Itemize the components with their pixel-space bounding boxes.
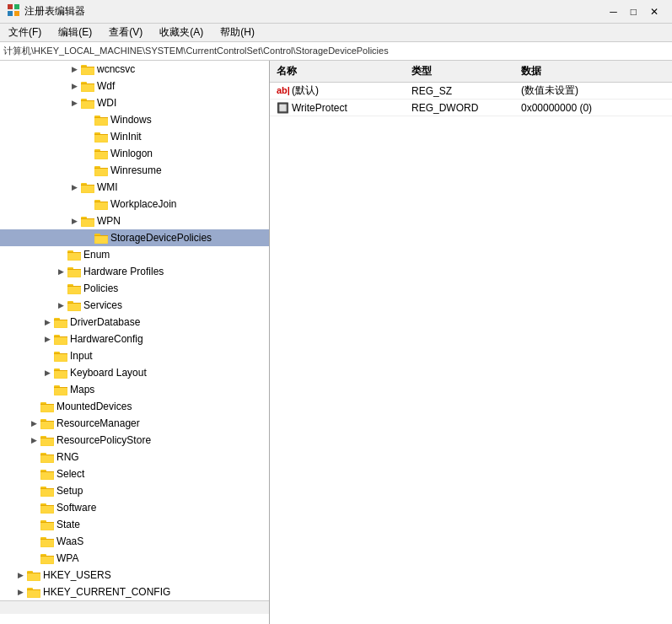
tree-item-hkey_users[interactable]: ▶ HKEY_USERS (0, 567, 269, 584)
svg-rect-37 (95, 169, 107, 175)
svg-rect-148 (40, 539, 54, 540)
svg-rect-118 (40, 438, 54, 438)
svg-rect-128 (40, 471, 54, 472)
tree-item-wininit[interactable]: WinInit (0, 128, 269, 145)
menu-file[interactable]: 文件(F) (3, 24, 46, 41)
tree-label-input: Input (70, 350, 93, 362)
tree-item-winresume[interactable]: Winresume (0, 162, 269, 179)
tree-label-services: Services (83, 299, 122, 311)
tree-item-wdi[interactable]: ▶ WDI (0, 94, 269, 111)
detail-row-0[interactable]: ab|(默认)REG_SZ(数值未设置) (270, 83, 672, 100)
folder-icon-hkey_users (27, 569, 40, 581)
expander-storagedevicepolicies (81, 231, 94, 245)
tree-item-rng[interactable]: RNG (0, 449, 269, 465)
tree-label-wininit: WinInit (110, 131, 142, 143)
tree-item-wdf[interactable]: ▶ Wdf (0, 78, 269, 94)
expander-hkey_users[interactable]: ▶ (13, 568, 27, 582)
expander-services[interactable]: ▶ (54, 299, 67, 312)
tree-item-winlogon[interactable]: Winlogon (0, 145, 269, 162)
expander-hardwareprofiles[interactable]: ▶ (54, 265, 67, 278)
svg-rect-68 (67, 269, 81, 270)
close-btn[interactable]: ✕ (643, 6, 665, 18)
expander-winlogon (81, 147, 94, 160)
tree-item-setup[interactable]: Setup (0, 482, 269, 499)
tree-item-policies[interactable]: Policies (0, 280, 269, 297)
svg-rect-122 (41, 455, 53, 462)
tree-item-wpn[interactable]: ▶ WPN (0, 212, 269, 229)
tree-item-wpa[interactable]: WPA (0, 550, 269, 567)
tree-item-software[interactable]: Software (0, 499, 269, 516)
svg-rect-162 (28, 590, 40, 597)
tree-item-state[interactable]: State (0, 516, 269, 533)
detail-type-1: REG_DWORD (405, 101, 514, 115)
tree-item-input[interactable]: Input (0, 347, 269, 364)
tree-item-select[interactable]: Select (0, 465, 269, 482)
expander-keyboardlayout[interactable]: ▶ (40, 366, 54, 379)
expander-wdf[interactable]: ▶ (67, 79, 81, 93)
expander-resourcemanager[interactable]: ▶ (27, 417, 40, 430)
svg-rect-142 (41, 523, 53, 530)
tree-item-hardwareconfig[interactable]: ▶ HardwareConfig (0, 331, 269, 347)
tree-pane[interactable]: ▶ wcncsvc▶ Wdf▶ WDI Windows WinInit Wi (0, 61, 270, 624)
tree-item-services[interactable]: ▶ Services (0, 297, 269, 314)
svg-rect-93 (54, 353, 67, 354)
folder-icon-resourcemanager (40, 417, 54, 429)
tree-item-enum[interactable]: Enum (0, 246, 269, 263)
tree-item-workplacejoin[interactable]: WorkplaceJoin (0, 196, 269, 212)
svg-rect-98 (54, 370, 67, 371)
tree-label-waas: WaaS (56, 535, 83, 547)
tree-item-resourcemanager[interactable]: ▶ ResourceManager (0, 415, 269, 432)
expander-state (27, 518, 40, 531)
tree-label-windows: Windows (110, 114, 152, 126)
svg-rect-77 (68, 304, 80, 310)
expander-hkey_current_config[interactable]: ▶ (13, 585, 27, 599)
detail-row-1[interactable]: 🔲WriteProtectREG_DWORD0x00000000 (0) (270, 100, 672, 116)
expander-hardwareconfig[interactable]: ▶ (40, 332, 54, 346)
tree-label-wdi: WDI (97, 97, 116, 109)
svg-rect-53 (81, 218, 94, 219)
svg-rect-108 (40, 404, 54, 405)
tree-label-resourcepolicystore: ResourcePolicyStore (56, 434, 151, 446)
expander-wmi[interactable]: ▶ (67, 180, 81, 194)
folder-icon-rng (40, 451, 54, 463)
folder-icon-wdi (81, 97, 94, 109)
tree-item-resourcepolicystore[interactable]: ▶ ResourcePolicyStore (0, 432, 269, 449)
svg-rect-52 (82, 219, 94, 226)
expander-resourcepolicystore[interactable]: ▶ (27, 433, 40, 447)
address-bar: 计算机\HKEY_LOCAL_MACHINE\SYSTEM\CurrentCon… (0, 42, 672, 61)
minimize-btn[interactable]: ─ (603, 6, 624, 18)
svg-rect-117 (41, 438, 53, 445)
folder-icon-storagedevicepolicies (94, 232, 108, 244)
tree-item-waas[interactable]: WaaS (0, 533, 269, 550)
menu-edit[interactable]: 编辑(E) (53, 24, 97, 41)
expander-wcncsvc[interactable]: ▶ (67, 62, 81, 76)
tree-label-maps: Maps (70, 384, 94, 395)
tree-item-hkey_current_config[interactable]: ▶ HKEY_CURRENT_CONFIG (0, 584, 269, 600)
tree-item-wcncsvc[interactable]: ▶ wcncsvc (0, 61, 269, 78)
menu-view[interactable]: 查看(V) (104, 24, 148, 41)
expander-maps (40, 383, 54, 396)
expander-wdi[interactable]: ▶ (67, 96, 81, 110)
tree-item-driverdatabase[interactable]: ▶ DriverDatabase (0, 314, 269, 331)
svg-rect-152 (41, 557, 53, 563)
tree-label-keyboardlayout: Keyboard Layout (70, 367, 147, 379)
tree-item-keyboardlayout[interactable]: ▶ Keyboard Layout (0, 364, 269, 381)
expander-wpn[interactable]: ▶ (67, 214, 81, 228)
svg-rect-1 (14, 4, 19, 9)
expander-driverdatabase[interactable]: ▶ (40, 315, 54, 329)
svg-rect-23 (94, 117, 108, 118)
menu-help[interactable]: 帮助(H) (215, 24, 260, 41)
horizontal-scrollbar[interactable] (0, 600, 269, 614)
tree-item-hardwareprofiles[interactable]: ▶ Hardware Profiles (0, 263, 269, 280)
folder-icon-wpa (40, 552, 54, 564)
svg-rect-78 (67, 303, 81, 304)
tree-item-storagedevicepolicies[interactable]: StorageDevicePolicies (0, 229, 269, 246)
tree-item-mounteddevices[interactable]: MountedDevices (0, 398, 269, 415)
tree-label-software: Software (56, 502, 96, 514)
tree-item-windows[interactable]: Windows (0, 111, 269, 128)
tree-item-maps[interactable]: Maps (0, 381, 269, 398)
tree-item-wmi[interactable]: ▶ WMI (0, 179, 269, 196)
menu-favorites[interactable]: 收藏夹(A) (154, 24, 208, 41)
folder-icon-waas (40, 535, 54, 547)
maximize-btn[interactable]: □ (624, 6, 643, 18)
